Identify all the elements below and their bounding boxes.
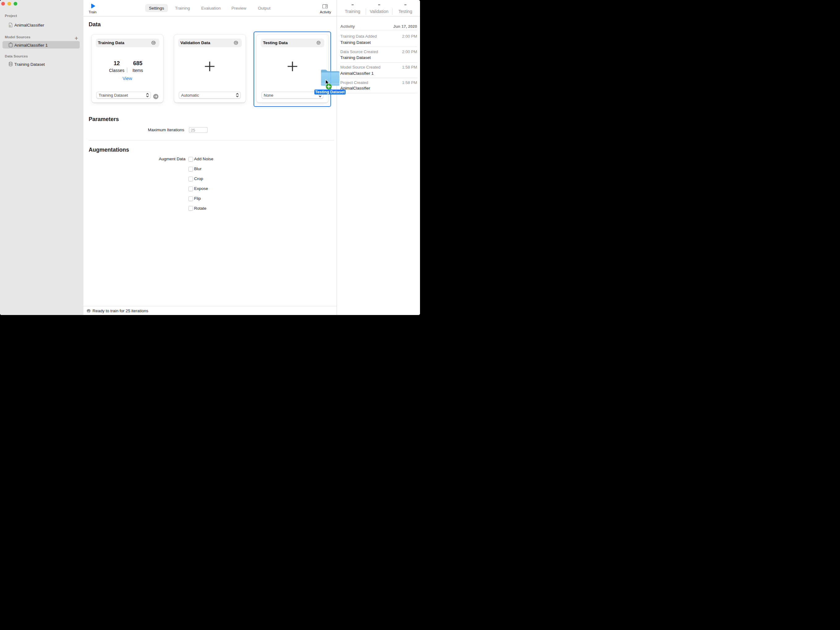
svg-text:ML: ML bbox=[9, 25, 12, 27]
